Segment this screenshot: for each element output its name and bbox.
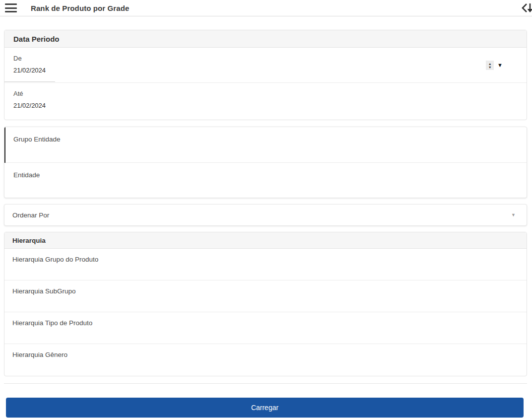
- entidade-field[interactable]: Entidade: [4, 163, 527, 198]
- chevron-left-down-arrow-icon[interactable]: [521, 1, 532, 14]
- hierarquia-subgrupo-label: Hierarquia SubGrupo: [12, 287, 76, 295]
- date-to-value[interactable]: 21/02/2024: [13, 102, 527, 109]
- date-to-field[interactable]: Até 21/02/2024: [4, 83, 527, 120]
- date-from-label: De: [13, 55, 527, 62]
- date-from-spinner[interactable]: ▲ ▼: [486, 61, 494, 70]
- hierarquia-genero-field[interactable]: Hierarquia Gênero: [4, 344, 527, 376]
- entidade-card: Grupo Entidade Entidade: [4, 127, 527, 198]
- filter-form: Data Periodo De 21/02/2024 ▲ ▼ ▼ Até 21/…: [4, 30, 527, 418]
- date-to-label: Até: [13, 90, 527, 97]
- date-input-underline: [4, 81, 55, 82]
- data-periodo-header: Data Periodo: [4, 30, 527, 48]
- hierarquia-grupo-produto-label: Hierarquia Grupo do Produto: [12, 256, 98, 263]
- menu-icon[interactable]: [5, 3, 17, 12]
- page-title: Rank de Produto por Grade: [31, 4, 129, 12]
- divider: [4, 383, 527, 384]
- hierarquia-tipo-produto-field[interactable]: Hierarquia Tipo de Produto: [4, 312, 527, 344]
- hierarquia-tipo-produto-label: Hierarquia Tipo de Produto: [12, 319, 92, 327]
- grupo-entidade-field[interactable]: Grupo Entidade: [4, 127, 527, 163]
- chevron-down-icon[interactable]: ▼: [511, 213, 516, 217]
- hierarquia-genero-label: Hierarquia Gênero: [12, 351, 67, 358]
- grupo-entidade-label: Grupo Entidade: [13, 136, 61, 143]
- ordenar-por-select[interactable]: Ordenar Por ▼: [4, 204, 527, 226]
- spinner-down-icon[interactable]: ▼: [488, 66, 492, 69]
- top-app-bar: Rank de Produto por Grade: [0, 0, 532, 16]
- spinner-up-icon[interactable]: ▲: [488, 62, 492, 66]
- hierarquia-card: Hierarquia Hierarquia Grupo do Produto H…: [4, 232, 527, 376]
- hierarquia-grupo-produto-field[interactable]: Hierarquia Grupo do Produto: [4, 249, 527, 280]
- entidade-label: Entidade: [13, 171, 40, 179]
- hierarquia-header: Hierarquia: [4, 232, 527, 249]
- carregar-button[interactable]: Carregar: [6, 398, 524, 418]
- date-from-dropdown-icon[interactable]: ▼: [497, 63, 503, 68]
- data-periodo-card: Data Periodo De 21/02/2024 ▲ ▼ ▼ Até 21/…: [4, 30, 527, 120]
- hierarquia-subgrupo-field[interactable]: Hierarquia SubGrupo: [4, 280, 527, 312]
- date-from-value[interactable]: 21/02/2024: [13, 67, 527, 74]
- date-from-field[interactable]: De 21/02/2024 ▲ ▼ ▼: [4, 48, 527, 83]
- ordenar-por-label: Ordenar Por: [12, 211, 49, 219]
